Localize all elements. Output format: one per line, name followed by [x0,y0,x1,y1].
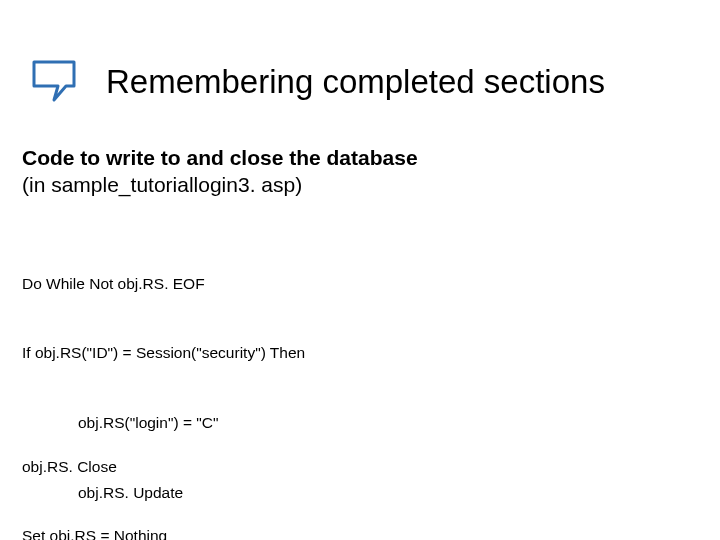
slide-title: Remembering completed sections [106,63,605,101]
code-line: obj.RS. Close [22,455,183,478]
code-line: Set obj.RS = Nothing [22,524,183,540]
subheading-bold: Code to write to and close the database [22,144,418,171]
code-line: Do While Not obj.RS. EOF [22,272,305,295]
slide: Remembering completed sections Code to w… [0,0,720,540]
subheading: Code to write to and close the database … [22,144,418,199]
code-block-2: obj.RS. Close Set obj.RS = Nothing obj.C… [22,408,183,540]
subheading-plain: (in sample_tutoriallogin3. asp) [22,171,418,198]
note-icon [20,52,88,112]
code-line: If obj.RS("ID") = Session("security") Th… [22,341,305,364]
title-row: Remembering completed sections [20,52,700,112]
